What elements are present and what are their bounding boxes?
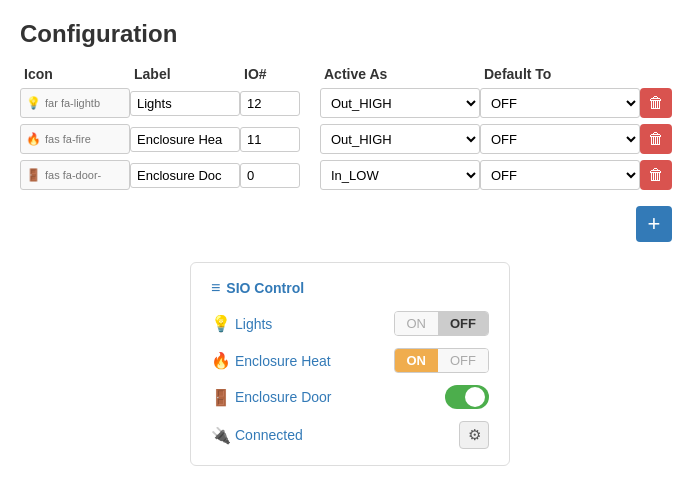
- row2-label-cell[interactable]: [130, 127, 240, 152]
- row3-io-input[interactable]: [240, 163, 300, 188]
- sio-lights-label: Lights: [235, 316, 394, 332]
- row1-active-as-select[interactable]: Out_HIGH Out_LOW In_HIGH In_LOW: [320, 88, 480, 118]
- filter-icon: ≡: [211, 279, 220, 297]
- row2-delete-cell: 🗑: [640, 124, 680, 154]
- heat-on-button[interactable]: ON: [395, 349, 439, 372]
- lights-on-button[interactable]: ON: [395, 312, 439, 335]
- lightbulb-icon: 💡: [26, 96, 41, 110]
- row2-default-to-cell[interactable]: OFF ON: [480, 124, 640, 154]
- table-row: 🚪 fas fa-door- Out_HIGH Out_LOW In_HIGH …: [20, 160, 680, 190]
- row1-delete-button[interactable]: 🗑: [640, 88, 672, 118]
- row3-icon-cell: 🚪 fas fa-door-: [20, 160, 130, 190]
- row2-default-to-select[interactable]: OFF ON: [480, 124, 640, 154]
- fire-icon: 🔥: [26, 132, 41, 146]
- row3-label-input[interactable]: [130, 163, 240, 188]
- heat-toggle-group: ON OFF: [394, 348, 490, 373]
- row1-active-as-cell[interactable]: Out_HIGH Out_LOW In_HIGH In_LOW: [320, 88, 480, 118]
- col-icon: Icon: [24, 66, 134, 82]
- sio-heat-row: 🔥 Enclosure Heat ON OFF: [211, 348, 489, 373]
- row1-default-to-select[interactable]: OFF ON: [480, 88, 640, 118]
- row1-label-input[interactable]: [130, 91, 240, 116]
- heat-off-button[interactable]: OFF: [438, 349, 488, 372]
- row2-io-cell[interactable]: [240, 127, 320, 152]
- row1-default-to-cell[interactable]: OFF ON: [480, 88, 640, 118]
- door-icon: 🚪: [26, 168, 41, 182]
- row3-icon-text: fas fa-door-: [45, 169, 101, 181]
- page-title: Configuration: [20, 20, 680, 48]
- sio-door-label: Enclosure Door: [235, 389, 445, 405]
- connected-label: Connected: [235, 427, 459, 443]
- col-io: IO#: [244, 66, 324, 82]
- connected-icon: 🔌: [211, 426, 235, 445]
- row2-delete-button[interactable]: 🗑: [640, 124, 672, 154]
- sio-connected-row: 🔌 Connected ⚙: [211, 421, 489, 449]
- sio-card-title: SIO Control: [226, 280, 304, 296]
- col-active-as: Active As: [324, 66, 484, 82]
- lights-toggle-group: ON OFF: [394, 311, 490, 336]
- row3-active-as-select[interactable]: Out_HIGH Out_LOW In_HIGH In_LOW: [320, 160, 480, 190]
- row2-io-input[interactable]: [240, 127, 300, 152]
- row1-icon-text: far fa-lightb: [45, 97, 100, 109]
- table-header: Icon Label IO# Active As Default To: [20, 66, 680, 82]
- row1-label-cell[interactable]: [130, 91, 240, 116]
- lights-off-button[interactable]: OFF: [438, 312, 488, 335]
- sio-door-row: 🚪 Enclosure Door: [211, 385, 489, 409]
- connected-gear-button[interactable]: ⚙: [459, 421, 489, 449]
- row1-io-input[interactable]: [240, 91, 300, 116]
- door-switch-knob: [465, 387, 485, 407]
- row3-default-to-select[interactable]: OFF ON: [480, 160, 640, 190]
- row3-delete-cell: 🗑: [640, 160, 680, 190]
- row1-icon-cell: 💡 far fa-lightb: [20, 88, 130, 118]
- row3-label-cell[interactable]: [130, 163, 240, 188]
- row3-default-to-cell[interactable]: OFF ON: [480, 160, 640, 190]
- row2-active-as-select[interactable]: Out_HIGH Out_LOW In_HIGH In_LOW: [320, 124, 480, 154]
- sio-door-icon: 🚪: [211, 388, 235, 407]
- sio-heat-icon: 🔥: [211, 351, 235, 370]
- add-row-button[interactable]: +: [636, 206, 672, 242]
- sio-card-header: ≡ SIO Control: [211, 279, 489, 297]
- sio-lights-row: 💡 Lights ON OFF: [211, 311, 489, 336]
- col-default-to: Default To: [484, 66, 644, 82]
- row2-active-as-cell[interactable]: Out_HIGH Out_LOW In_HIGH In_LOW: [320, 124, 480, 154]
- row1-io-cell[interactable]: [240, 91, 320, 116]
- row3-delete-button[interactable]: 🗑: [640, 160, 672, 190]
- door-switch-track[interactable]: [445, 385, 489, 409]
- row2-icon-text: fas fa-fire: [45, 133, 91, 145]
- sio-card: ≡ SIO Control 💡 Lights ON OFF 🔥 Enclosur…: [190, 262, 510, 466]
- col-label: Label: [134, 66, 244, 82]
- row3-active-as-cell[interactable]: Out_HIGH Out_LOW In_HIGH In_LOW: [320, 160, 480, 190]
- config-table: Icon Label IO# Active As Default To 💡 fa…: [20, 66, 680, 190]
- sio-lights-icon: 💡: [211, 314, 235, 333]
- row2-label-input[interactable]: [130, 127, 240, 152]
- table-row: 💡 far fa-lightb Out_HIGH Out_LOW In_HIGH…: [20, 88, 680, 118]
- table-row: 🔥 fas fa-fire Out_HIGH Out_LOW In_HIGH I…: [20, 124, 680, 154]
- row1-delete-cell: 🗑: [640, 88, 680, 118]
- row2-icon-cell: 🔥 fas fa-fire: [20, 124, 130, 154]
- door-toggle-switch[interactable]: [445, 385, 489, 409]
- row3-io-cell[interactable]: [240, 163, 320, 188]
- sio-heat-label: Enclosure Heat: [235, 353, 394, 369]
